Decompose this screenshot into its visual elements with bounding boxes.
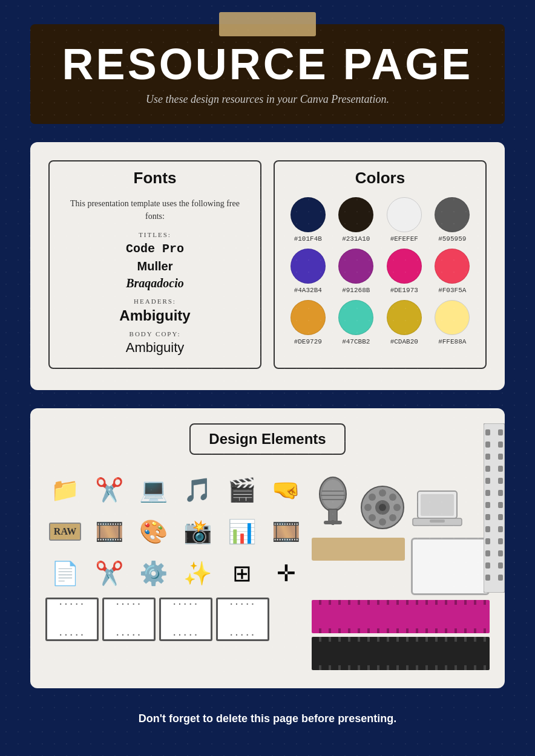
color-item-2: #231A10: [335, 197, 378, 243]
raw-icon: RAW: [45, 512, 85, 551]
color-hex-1: #101F4B: [294, 235, 322, 243]
color-item-6: #91268B: [335, 249, 378, 294]
svg-rect-38: [498, 442, 503, 448]
color-hex-9: #DE9729: [294, 338, 322, 345]
svg-point-12: [379, 518, 386, 526]
font-braqadocio: Braqadocio: [62, 275, 248, 292]
sparkle-icon: ✨: [178, 553, 217, 593]
titles-label: TITLES:: [62, 231, 248, 238]
fist-icon: 🤜: [266, 470, 306, 509]
microphone-icon: [312, 476, 354, 533]
color-swatch-2: [338, 197, 373, 232]
color-swatch-6: [338, 249, 373, 284]
svg-point-16: [389, 514, 396, 521]
svg-point-10: [379, 504, 386, 511]
color-item-4: #595959: [432, 197, 474, 243]
film-frame-3: [159, 598, 212, 641]
color-hex-8: #F03F5A: [438, 287, 466, 294]
svg-rect-30: [485, 502, 490, 508]
svg-rect-22: [430, 520, 445, 523]
color-item-11: #CDAB20: [383, 300, 425, 345]
color-swatch-7: [387, 249, 422, 284]
svg-rect-20: [421, 494, 454, 516]
photo-icon: 📸: [178, 512, 217, 551]
svg-rect-32: [485, 526, 490, 532]
film-strip-icon: 🎞️: [266, 512, 306, 551]
svg-rect-35: [485, 562, 490, 569]
svg-point-14: [393, 504, 401, 511]
design-elements-title: Design Elements: [189, 423, 345, 455]
svg-point-2: [322, 480, 344, 509]
folder-icon: 📁: [45, 470, 85, 509]
magenta-film-strip: [312, 600, 490, 633]
laptop-icon: 💻: [134, 470, 173, 509]
color-item-12: #FFE88A: [432, 300, 474, 345]
color-hex-6: #91268B: [342, 287, 370, 294]
headers-label: HEADERS:: [62, 298, 248, 305]
page-title: RESOURCE PAGE: [54, 42, 481, 86]
svg-point-17: [389, 494, 396, 501]
color-hex-4: #595959: [438, 235, 466, 243]
svg-rect-29: [485, 490, 490, 496]
svg-rect-7: [332, 520, 334, 525]
svg-rect-48: [498, 562, 503, 569]
svg-rect-45: [498, 526, 503, 532]
font-code-pro: Code Pro: [62, 241, 248, 258]
svg-rect-31: [485, 514, 490, 520]
font-muller: Muller: [62, 258, 248, 275]
header-banner: RESOURCE PAGE Use these design resources…: [30, 24, 505, 124]
color-swatch-12: [435, 300, 470, 335]
color-hex-3: #EFEFEF: [390, 235, 418, 243]
font-ambiguity-body: Ambiguity: [62, 340, 248, 356]
svg-point-18: [369, 514, 376, 521]
svg-rect-36: [485, 575, 490, 581]
color-item-1: #101F4B: [287, 197, 329, 243]
svg-rect-40: [498, 466, 503, 472]
svg-point-13: [364, 504, 372, 511]
film-frame-4: [216, 598, 269, 641]
video-edit-icon: ✂️: [90, 553, 129, 593]
color-item-7: #DE1973: [383, 249, 425, 294]
film-frame-1: [45, 598, 99, 641]
page-subtitle: Use these design resources in your Canva…: [54, 93, 481, 106]
color-hex-10: #47CBB2: [342, 338, 370, 345]
svg-rect-1: [329, 509, 337, 521]
mic-reel-laptop-row: [312, 476, 490, 533]
colors-section: Colors #101F4B #231A10 #EFEFEF: [274, 160, 487, 369]
svg-rect-34: [485, 550, 490, 556]
color-swatch-10: [338, 300, 373, 335]
tape-screen-row: [312, 538, 490, 595]
svg-rect-47: [498, 550, 503, 556]
color-item-10: #47CBB2: [335, 300, 378, 345]
svg-rect-28: [485, 478, 490, 484]
horizontal-strips-group: [312, 600, 490, 670]
svg-rect-26: [485, 454, 490, 460]
laptop-large-icon: [412, 488, 463, 533]
move-icon: ✛: [266, 553, 306, 593]
chart-icon: 📊: [222, 512, 261, 551]
filmstrip-frames-row: [45, 598, 306, 641]
icon-row-3: 📄 ✂️ ⚙️ ✨ ⊞ ✛: [45, 553, 306, 593]
fonts-section: Fonts This presentation template uses th…: [48, 160, 261, 369]
tape-strip-decoration: [312, 538, 405, 561]
color-hex-12: #FFE88A: [438, 338, 466, 345]
grid-icon: ⊞: [222, 553, 261, 593]
film-edit-icon: 🎞️: [90, 512, 129, 551]
icon-row-1: 📁 ✂️ 💻 🎵 🎬 🤜: [45, 470, 306, 509]
color-item-3: #EFEFEF: [383, 197, 425, 243]
resource-card: Fonts This presentation template uses th…: [30, 142, 505, 390]
color-item-5: #4A32B4: [287, 249, 329, 294]
color-swatch-3: [387, 197, 422, 232]
fonts-description: This presentation template uses the foll…: [62, 197, 248, 223]
svg-rect-49: [498, 575, 503, 581]
svg-point-11: [379, 489, 386, 497]
doc-play-icon: 📄: [45, 553, 85, 593]
color-hex-2: #231A10: [342, 235, 370, 243]
color-hex-11: #CDAB20: [390, 338, 418, 345]
font-ambiguity-headers: Ambiguity: [62, 307, 248, 324]
svg-rect-42: [498, 490, 503, 496]
footer-note: Don't forget to delete this page before …: [30, 706, 505, 731]
dark-film-strip: [312, 637, 490, 670]
color-grid: #101F4B #231A10 #EFEFEF #595959: [287, 197, 473, 345]
color-swatch-5: [290, 249, 326, 284]
